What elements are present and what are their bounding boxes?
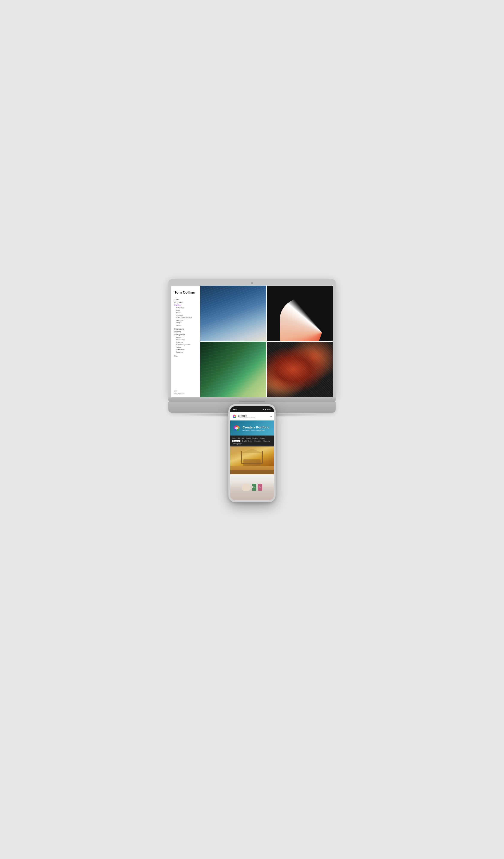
filter-tag-creative-direction[interactable]: Creative Direction	[245, 437, 258, 439]
phone-time: 09:41	[233, 408, 238, 410]
svg-point-11	[235, 427, 238, 430]
phone-notch	[246, 407, 258, 411]
crevado-brand-text: Crevado Unleash your creative beauty!	[238, 415, 255, 418]
laptop-nav-journeys[interactable]: Journeys	[174, 314, 197, 316]
laptop-nav-cinematic[interactable]: Cinematic	[174, 319, 197, 321]
art-panel-abstract-shapes	[267, 286, 333, 341]
scene: Tom Collins About Biography Painting Ref…	[164, 279, 340, 580]
art-panel-red-abstract	[267, 342, 333, 397]
phone-wifi-icon: wifi	[267, 408, 270, 410]
laptop-nav-abstract[interactable]: Abstract	[174, 336, 197, 338]
green-tea-label: GreenTea	[253, 486, 255, 488]
laptop-nav-trees[interactable]: Trees	[174, 312, 197, 314]
art-panel-ocean-waves	[200, 286, 266, 341]
crevado-hero-flower-icon	[233, 424, 240, 432]
laptop-nav-nature[interactable]: Nature	[174, 346, 197, 348]
crevado-hero-title: Create a Portfolio	[242, 425, 271, 429]
filter-tag-art[interactable]: Art	[241, 437, 244, 439]
crevado-flower-logo	[232, 414, 237, 419]
phone-screen: Crevado Unleash your creative beauty! ≡	[230, 412, 274, 500]
crevado-hero-subtitle: get yourself a free online portfolio	[242, 430, 271, 431]
laptop-nav-painting[interactable]: Painting	[174, 304, 197, 306]
laptop-nav-reflections-1[interactable]: Reflections	[174, 307, 197, 309]
crevado-brand-name: Crevado	[238, 415, 255, 417]
laptop-nav-architecture[interactable]: Architecture	[174, 339, 197, 341]
laptop-art-grid	[200, 286, 333, 397]
crevado-logo-area[interactable]: Crevado Unleash your creative beauty!	[232, 414, 255, 419]
laptop-nav-printmaking[interactable]: Printmaking	[174, 328, 197, 330]
laptop-nav-about[interactable]: About	[174, 299, 197, 301]
laptop-nav-people[interactable]: People	[174, 322, 197, 323]
crevado-hero-text: Create a Portfolio get yourself a free o…	[242, 425, 271, 431]
laptop-nav-film[interactable]: Film	[174, 355, 197, 357]
crevado-hero-banner: Create a Portfolio get yourself a free o…	[230, 421, 274, 436]
red-tea-label: RedTea	[259, 486, 261, 488]
red-tea-can: RedTea	[258, 484, 262, 491]
laptop-nav-photography[interactable]: Photography	[174, 333, 197, 336]
filter-tag-marketing[interactable]: Marketing	[263, 440, 271, 442]
filter-tag-designer[interactable]: Designer	[232, 440, 240, 442]
phone-shell: 09:41 ▲▲▲ wifi ▮	[229, 404, 275, 502]
crevado-tagline: Unleash your creative beauty!	[238, 417, 255, 418]
laptop-screen-shell: Tom Collins About Biography Painting Ref…	[168, 279, 336, 397]
svg-point-5	[234, 416, 236, 417]
laptop-nav-textures[interactable]: Textures	[174, 351, 197, 353]
laptop-nav-mood-for-love[interactable]: In the Mood for Love	[174, 317, 197, 319]
laptop-sidebar: Tom Collins About Biography Painting Ref…	[171, 286, 200, 397]
portfolio-item-tea[interactable]: GreenTea RedTea	[230, 474, 274, 500]
filter-tag-graphic-design[interactable]: Graphic Design	[241, 440, 253, 442]
hamburger-menu-icon[interactable]: ≡	[270, 415, 272, 418]
laptop-footer-share-icon: ⇧	[174, 390, 177, 392]
filter-tag-design[interactable]: Design	[259, 437, 265, 439]
filter-tag-photography[interactable]: Photography	[232, 443, 242, 445]
laptop-nav-places[interactable]: Places	[174, 324, 197, 326]
portfolio-item-desert[interactable]	[230, 447, 274, 474]
laptop-device: Tom Collins About Biography Painting Ref…	[168, 279, 336, 413]
laptop-screen: Tom Collins About Biography Painting Ref…	[171, 286, 333, 397]
art-panel-green-waves	[200, 342, 266, 397]
laptop-copyright: Copyright 2022	[174, 393, 197, 394]
laptop-footer: ⇧ Copyright 2022	[174, 390, 197, 394]
filter-tag-all[interactable]: All	[237, 437, 240, 439]
laptop-site-title: Tom Collins	[174, 290, 197, 295]
laptop-hinge	[239, 401, 265, 402]
filter-label: Filter:	[232, 437, 236, 439]
phone-signal-icon: ▲▲▲	[261, 408, 266, 410]
laptop-nav-galleries[interactable]: Galleries	[174, 341, 197, 343]
laptop-nav-drawing[interactable]: Drawing	[174, 331, 197, 333]
filter-tag-row: Filter: All Art Creative Direction Desig…	[232, 437, 272, 445]
crevado-app-header: Crevado Unleash your creative beauty! ≡	[230, 412, 274, 421]
laptop-camera-bar	[171, 282, 333, 286]
laptop-nav-rain[interactable]: Rain	[174, 310, 197, 312]
laptop-nav-biography[interactable]: Biography	[174, 301, 197, 303]
phone-battery-icon: ▮	[270, 408, 271, 410]
laptop-nav-reflections-2[interactable]: Reflections	[174, 349, 197, 351]
laptop-base	[168, 397, 336, 402]
red-tea-can-body: RedTea	[258, 484, 262, 491]
filter-tag-illustration[interactable]: Illustration	[254, 440, 262, 442]
phone-status-bar: 09:41 ▲▲▲ wifi ▮	[230, 406, 274, 412]
teapot-object	[242, 484, 250, 491]
crevado-filter-bar: Filter: All Art Creative Direction Desig…	[230, 436, 274, 447]
phone-device: 09:41 ▲▲▲ wifi ▮	[229, 404, 275, 502]
laptop-nav-multiple-exposures[interactable]: Multiple Exposures	[174, 344, 197, 346]
laptop-camera	[251, 282, 253, 284]
phone-status-icons: ▲▲▲ wifi ▮	[261, 408, 271, 410]
